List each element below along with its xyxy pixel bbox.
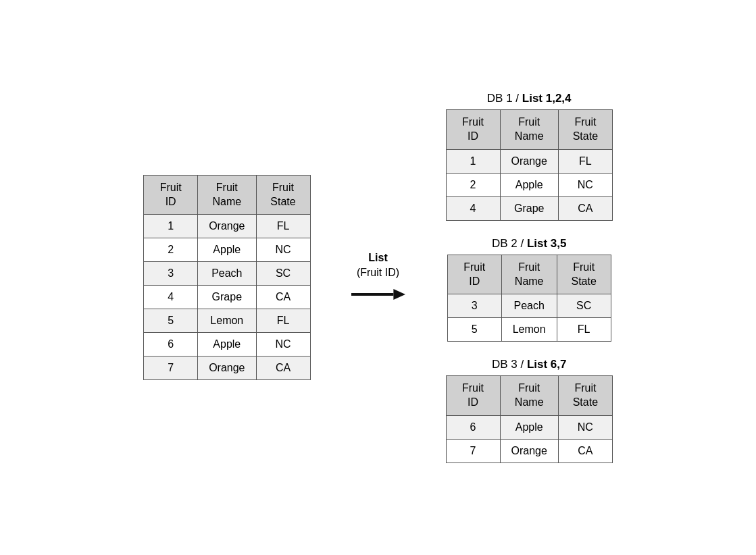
table-row: 5 Lemon FL: [447, 318, 611, 342]
table-row: 1 Orange FL: [144, 215, 310, 238]
cell-name: Peach: [198, 262, 256, 286]
cell-name: Apple: [198, 333, 256, 356]
main-container: FruitID FruitName FruitState 1 Orange FL…: [130, 78, 626, 477]
cell-name: Orange: [500, 439, 558, 462]
source-table-wrapper: FruitID FruitName FruitState 1 Orange FL…: [143, 175, 310, 381]
db1-header-1: FruitName: [500, 110, 558, 150]
table-row: 7 Orange CA: [144, 356, 310, 380]
cell-name: Grape: [500, 196, 558, 220]
cell-name: Orange: [198, 356, 256, 380]
cell-id: 3: [144, 262, 198, 286]
cell-id: 6: [144, 333, 198, 356]
db1-header-0: FruitID: [446, 110, 500, 150]
db-table-3: FruitIDFruitNameFruitState 6 Apple NC 7 …: [446, 375, 613, 463]
right-section: DB 1 / List 1,2,4FruitIDFruitNameFruitSt…: [446, 92, 613, 463]
cell-id: 2: [446, 173, 500, 196]
table-row: 3 Peach SC: [447, 294, 611, 318]
table-row: 1 Orange FL: [446, 149, 612, 173]
cell-name: Grape: [198, 286, 256, 309]
source-header-id: FruitID: [144, 175, 198, 215]
table-row: 7 Orange CA: [446, 439, 612, 462]
cell-name: Lemon: [501, 318, 557, 342]
db-block-2: DB 2 / List 3,5FruitIDFruitNameFruitStat…: [446, 237, 613, 342]
cell-id: 1: [144, 215, 198, 238]
table-row: 3 Peach SC: [144, 262, 310, 286]
cell-state: FL: [557, 318, 611, 342]
cell-state: CA: [558, 439, 612, 462]
db-block-3: DB 3 / List 6,7FruitIDFruitNameFruitStat…: [446, 358, 613, 463]
cell-name: Orange: [198, 215, 256, 238]
cell-name: Orange: [500, 149, 558, 173]
db2-header-2: FruitState: [557, 255, 611, 294]
table-row: 6 Apple NC: [144, 333, 310, 356]
db2-header-0: FruitID: [447, 255, 501, 294]
arrow-icon: [351, 284, 405, 305]
table-row: 2 Apple NC: [144, 238, 310, 262]
db3-header-2: FruitState: [558, 376, 612, 416]
cell-name: Apple: [500, 415, 558, 439]
source-table: FruitID FruitName FruitState 1 Orange FL…: [143, 175, 310, 381]
cell-name: Lemon: [198, 309, 256, 333]
cell-state: CA: [558, 196, 612, 220]
cell-id: 3: [447, 294, 501, 318]
cell-id: 5: [447, 318, 501, 342]
db3-header-0: FruitID: [446, 376, 500, 416]
table-row: 5 Lemon FL: [144, 309, 310, 333]
cell-state: FL: [558, 149, 612, 173]
cell-state: NC: [558, 415, 612, 439]
svg-marker-1: [393, 289, 405, 300]
cell-id: 1: [446, 149, 500, 173]
cell-state: SC: [557, 294, 611, 318]
table-row: 2 Apple NC: [446, 173, 612, 196]
cell-state: NC: [256, 238, 310, 262]
table-row: 4 Grape CA: [144, 286, 310, 309]
cell-state: CA: [256, 356, 310, 380]
db-table-2: FruitIDFruitNameFruitState 3 Peach SC 5 …: [447, 255, 611, 342]
db3-header-1: FruitName: [500, 376, 558, 416]
db-block-1: DB 1 / List 1,2,4FruitIDFruitNameFruitSt…: [446, 92, 613, 221]
cell-id: 7: [144, 356, 198, 380]
db1-header-2: FruitState: [558, 110, 612, 150]
db-title-3: DB 3 / List 6,7: [492, 358, 567, 371]
cell-id: 4: [446, 196, 500, 220]
cell-state: NC: [558, 173, 612, 196]
cell-id: 2: [144, 238, 198, 262]
table-row: 4 Grape CA: [446, 196, 612, 220]
table-row: 6 Apple NC: [446, 415, 612, 439]
cell-state: FL: [256, 215, 310, 238]
arrow-label: List (Fruit ID): [357, 250, 399, 281]
cell-name: Peach: [501, 294, 557, 318]
cell-name: Apple: [500, 173, 558, 196]
cell-id: 7: [446, 439, 500, 462]
cell-id: 6: [446, 415, 500, 439]
source-header-state: FruitState: [256, 175, 310, 215]
cell-state: SC: [256, 262, 310, 286]
source-header-name: FruitName: [198, 175, 256, 215]
cell-state: CA: [256, 286, 310, 309]
cell-id: 4: [144, 286, 198, 309]
cell-state: FL: [256, 309, 310, 333]
arrow-section: List (Fruit ID): [351, 250, 405, 305]
db2-header-1: FruitName: [501, 255, 557, 294]
cell-id: 5: [144, 309, 198, 333]
db-title-2: DB 2 / List 3,5: [492, 237, 567, 250]
db-title-1: DB 1 / List 1,2,4: [487, 92, 572, 105]
db-table-1: FruitIDFruitNameFruitState 1 Orange FL 2…: [446, 109, 613, 221]
cell-state: NC: [256, 333, 310, 356]
cell-name: Apple: [198, 238, 256, 262]
